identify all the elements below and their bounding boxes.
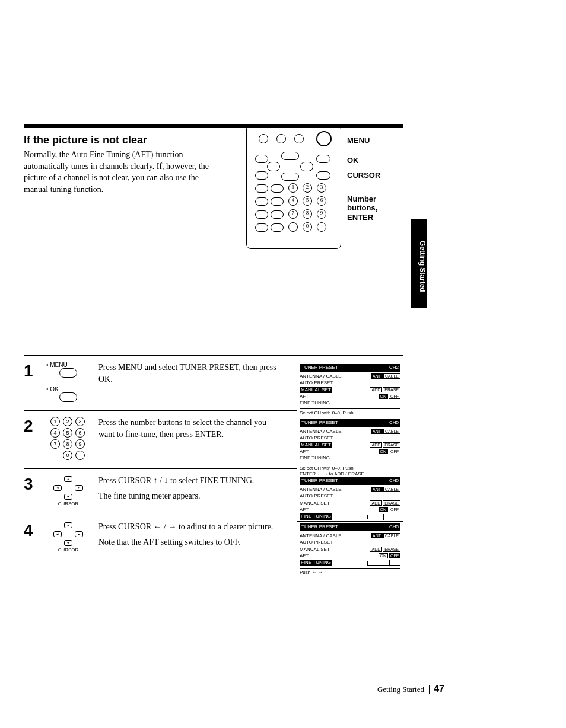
input-button xyxy=(294,134,304,143)
rec-button xyxy=(255,155,268,163)
misc-button xyxy=(271,184,284,193)
remote-outline: 1 2 3 4 5 6 7 8 9 0 xyxy=(246,124,341,249)
number-pad-icon: 123 456 789 0 xyxy=(50,417,86,460)
cursor-right-button xyxy=(300,162,313,171)
num-6-button: 6 xyxy=(317,196,326,206)
step-4-icon: ▴ ▾ ◂ ▸ CURSOR xyxy=(42,521,95,553)
cursor-callout: CURSOR xyxy=(347,171,389,180)
step-number: 4 xyxy=(24,521,42,540)
cursor-down-button xyxy=(281,173,299,181)
intro-paragraph: Normally, the Auto Fine Tuning (AFT) fun… xyxy=(24,149,214,195)
enter-button xyxy=(317,222,326,232)
misc-button xyxy=(255,184,268,193)
next-button xyxy=(271,197,284,206)
misc-button xyxy=(271,210,284,219)
step-divider xyxy=(24,355,403,356)
ok-button-icon xyxy=(59,392,77,402)
step-4-text: Press CURSOR ← / → to adjust to a cleare… xyxy=(98,521,276,551)
cursor-left-button xyxy=(267,162,280,171)
aux-button xyxy=(316,171,330,180)
number-callout: Number buttons, ENTER xyxy=(347,194,389,222)
cursor-up-button xyxy=(281,152,299,160)
step-number: 3 xyxy=(24,475,42,494)
power-button xyxy=(316,131,332,146)
misc-button xyxy=(255,210,268,219)
step-number: 2 xyxy=(24,417,42,436)
num-0-button: 0 xyxy=(303,222,312,232)
step-3: 3 ▴ ▾ ◂ ▸ CURSOR Press CURSOR ↑ / ↓ to s… xyxy=(24,475,427,506)
section-tab: Getting Started xyxy=(411,219,427,308)
step-1-osd: TUNER PRESETCH2ANTENNA / CABLEANTCABLEAU… xyxy=(297,362,403,426)
step-3-text: Press CURSOR ↑ / ↓ to select FINE TUNING… xyxy=(98,475,276,505)
step-1: 1 • MENU • OK Press MENU and select TUNE… xyxy=(24,362,427,402)
menu-callout: MENU xyxy=(347,136,389,145)
misc-button xyxy=(271,223,284,232)
num-8-button: 8 xyxy=(303,209,312,219)
step-2-osd: TUNER PRESETCH5ANTENNA / CABLEANTCABLEAU… xyxy=(297,417,403,481)
ok-button xyxy=(316,155,330,163)
misc-button xyxy=(255,223,268,232)
misc-button xyxy=(288,222,298,232)
page-number: 47 xyxy=(434,684,444,694)
step-2-icon: 123 456 789 0 xyxy=(42,417,95,460)
menu-button-icon xyxy=(59,368,77,378)
ok-callout: OK xyxy=(347,156,389,165)
step-4: 4 ▴ ▾ ◂ ▸ CURSOR Press CURSOR ← / → to a… xyxy=(24,521,427,553)
num-7-button: 7 xyxy=(288,209,298,219)
step-2: 2 123 456 789 0 Press the number buttons… xyxy=(24,417,427,460)
footer-section: Getting Started xyxy=(377,685,430,694)
num-1-button: 1 xyxy=(288,183,298,193)
eject-icon xyxy=(259,134,268,143)
step-number: 1 xyxy=(24,362,42,381)
remote-diagram: 1 2 3 4 5 6 7 8 9 0 MENU OK CURSOR Numbe… xyxy=(246,124,341,249)
num-3-button: 3 xyxy=(317,183,326,193)
step-2-text: Press the number buttons to select the c… xyxy=(98,417,276,443)
step-1-icon: • MENU • OK xyxy=(42,362,95,402)
prev-button xyxy=(255,197,268,206)
stop-button xyxy=(255,171,268,180)
menu-button xyxy=(276,134,286,143)
num-5-button: 5 xyxy=(303,196,312,206)
cursor-pad-icon: ▴ ▾ ◂ ▸ xyxy=(53,476,83,500)
num-4-button: 4 xyxy=(288,196,298,206)
step-1-text: Press MENU and select TUNER PRESET, then… xyxy=(98,362,276,388)
step-3-icon: ▴ ▾ ◂ ▸ CURSOR xyxy=(42,475,95,506)
step-4-osd: TUNER PRESETCH5ANTENNA / CABLEANTCABLEAU… xyxy=(297,521,403,579)
num-2-button: 2 xyxy=(303,183,312,193)
remote-callouts: MENU OK CURSOR Number buttons, ENTER xyxy=(347,133,389,227)
num-9-button: 9 xyxy=(317,209,326,219)
cursor-pad-icon: ▴ ▾ ◂ ▸ xyxy=(53,522,83,546)
